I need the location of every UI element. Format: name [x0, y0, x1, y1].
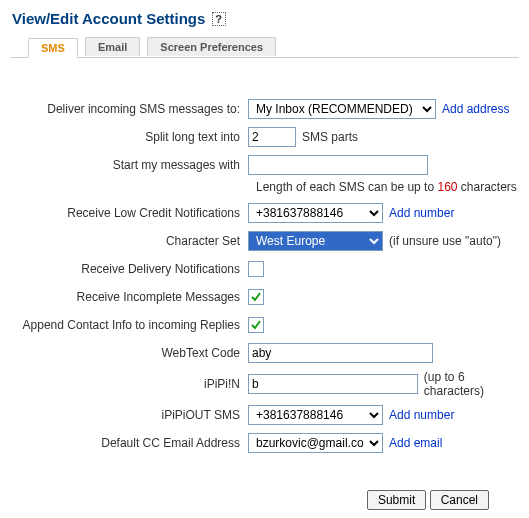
length-note: Length of each SMS can be up to 160 char…: [256, 180, 519, 194]
button-bar: Submit Cancel: [10, 490, 519, 510]
charset-hint: (if unsure use "auto"): [389, 234, 501, 248]
sms-settings-form: Deliver incoming SMS messages to: My Inb…: [10, 98, 519, 510]
label-ipipin: iPiPi!N: [10, 377, 248, 391]
tabstrip: SMS Email Screen Preferences: [10, 37, 519, 58]
submit-button[interactable]: Submit: [367, 490, 426, 510]
label-delivery: Receive Delivery Notifications: [10, 262, 248, 276]
start-input[interactable]: [248, 155, 428, 175]
deliver-select[interactable]: My Inbox (RECOMMENDED): [248, 99, 436, 119]
delivery-checkbox[interactable]: [248, 261, 264, 277]
tab-email[interactable]: Email: [85, 37, 140, 56]
add-address-link[interactable]: Add address: [442, 102, 509, 116]
tab-sms[interactable]: SMS: [28, 38, 78, 58]
label-ipipiout: iPiPiOUT SMS: [10, 408, 248, 422]
ipipin-hint: (up to 6 characters): [424, 370, 519, 398]
page-title: View/Edit Account Settings ?: [12, 10, 519, 27]
lowcredit-select[interactable]: +381637888146: [248, 203, 383, 223]
label-split: Split long text into: [10, 130, 248, 144]
tab-screen-preferences[interactable]: Screen Preferences: [147, 37, 276, 56]
cancel-button[interactable]: Cancel: [430, 490, 489, 510]
label-append: Append Contact Info to incoming Replies: [10, 318, 248, 332]
label-charset: Character Set: [10, 234, 248, 248]
ipipin-input[interactable]: [248, 374, 418, 394]
append-checkbox[interactable]: [248, 317, 264, 333]
label-deliver: Deliver incoming SMS messages to:: [10, 102, 248, 116]
page-title-text: View/Edit Account Settings: [12, 10, 205, 27]
webtext-input[interactable]: [248, 343, 433, 363]
split-input[interactable]: [248, 127, 296, 147]
label-ccemail: Default CC Email Address: [10, 436, 248, 450]
label-webtext: WebText Code: [10, 346, 248, 360]
add-email-link[interactable]: Add email: [389, 436, 442, 450]
ccemail-select[interactable]: bzurkovic@gmail.com: [248, 433, 383, 453]
label-lowcredit: Receive Low Credit Notifications: [10, 206, 248, 220]
charset-select[interactable]: West Europe: [248, 231, 383, 251]
label-start: Start my messages with: [10, 158, 248, 172]
label-incomplete: Receive Incomplete Messages: [10, 290, 248, 304]
help-icon[interactable]: ?: [212, 12, 226, 26]
split-suffix: SMS parts: [302, 130, 358, 144]
incomplete-checkbox[interactable]: [248, 289, 264, 305]
add-number-link-2[interactable]: Add number: [389, 408, 454, 422]
ipipiout-select[interactable]: +381637888146: [248, 405, 383, 425]
add-number-link-1[interactable]: Add number: [389, 206, 454, 220]
